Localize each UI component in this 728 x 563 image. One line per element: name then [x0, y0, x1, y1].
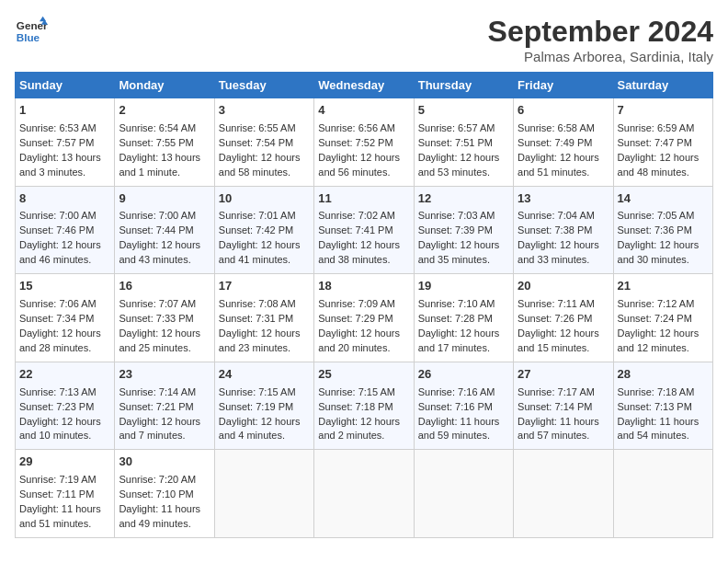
day-number: 9	[119, 190, 210, 208]
day-number: 2	[119, 102, 210, 120]
day-number: 3	[219, 102, 310, 120]
calendar-cell: 6Sunrise: 6:58 AMSunset: 7:49 PMDaylight…	[514, 98, 613, 187]
day-number: 5	[418, 102, 509, 120]
calendar-cell: 8Sunrise: 7:00 AMSunset: 7:46 PMDaylight…	[16, 186, 115, 274]
calendar-cell: 9Sunrise: 7:00 AMSunset: 7:44 PMDaylight…	[115, 186, 214, 274]
day-number: 1	[19, 102, 110, 120]
col-thursday: Thursday	[414, 73, 513, 98]
calendar-cell: 24Sunrise: 7:15 AMSunset: 7:19 PMDayligh…	[214, 362, 313, 450]
calendar-cell: 28Sunrise: 7:18 AMSunset: 7:13 PMDayligh…	[613, 362, 712, 450]
calendar-table: SundayMondayTuesdayWednesdayThursdayFrid…	[15, 72, 713, 538]
week-row-5: 29Sunrise: 7:19 AMSunset: 7:11 PMDayligh…	[16, 450, 713, 538]
day-number: 25	[318, 366, 409, 384]
logo: General Blue	[15, 15, 48, 48]
day-number: 23	[119, 366, 210, 384]
col-monday: Monday	[115, 73, 214, 98]
calendar-cell: 27Sunrise: 7:17 AMSunset: 7:14 PMDayligh…	[514, 362, 613, 450]
day-number: 18	[318, 278, 409, 295]
calendar-cell	[514, 450, 613, 538]
svg-text:Blue: Blue	[17, 31, 40, 43]
calendar-cell: 14Sunrise: 7:05 AMSunset: 7:36 PMDayligh…	[613, 186, 712, 274]
day-number: 17	[219, 278, 310, 295]
day-number: 29	[19, 454, 110, 471]
header-row: SundayMondayTuesdayWednesdayThursdayFrid…	[16, 73, 713, 98]
location-title: Palmas Arborea, Sardinia, Italy	[488, 49, 713, 64]
col-tuesday: Tuesday	[214, 73, 313, 98]
day-number: 8	[19, 190, 110, 208]
calendar-cell: 25Sunrise: 7:15 AMSunset: 7:18 PMDayligh…	[314, 362, 414, 450]
calendar-cell: 29Sunrise: 7:19 AMSunset: 7:11 PMDayligh…	[16, 450, 115, 538]
calendar-cell: 30Sunrise: 7:20 AMSunset: 7:10 PMDayligh…	[115, 450, 214, 538]
calendar-cell: 18Sunrise: 7:09 AMSunset: 7:29 PMDayligh…	[314, 274, 414, 362]
day-number: 28	[618, 366, 709, 384]
col-saturday: Saturday	[613, 73, 712, 98]
day-number: 15	[19, 278, 110, 295]
calendar-cell	[214, 450, 313, 538]
calendar-cell: 21Sunrise: 7:12 AMSunset: 7:24 PMDayligh…	[613, 274, 712, 362]
week-row-2: 8Sunrise: 7:00 AMSunset: 7:46 PMDaylight…	[16, 186, 713, 274]
day-number: 22	[19, 366, 110, 384]
calendar-cell: 11Sunrise: 7:02 AMSunset: 7:41 PMDayligh…	[314, 186, 414, 274]
day-number: 13	[518, 190, 609, 208]
calendar-cell: 4Sunrise: 6:56 AMSunset: 7:52 PMDaylight…	[314, 98, 414, 187]
calendar-cell	[314, 450, 414, 538]
month-title: September 2024	[488, 15, 713, 49]
calendar-cell: 19Sunrise: 7:10 AMSunset: 7:28 PMDayligh…	[414, 274, 513, 362]
title-area: September 2024 Palmas Arborea, Sardinia,…	[488, 15, 713, 64]
day-number: 26	[418, 366, 509, 384]
calendar-cell: 1Sunrise: 6:53 AMSunset: 7:57 PMDaylight…	[16, 98, 115, 187]
logo-icon: General Blue	[15, 15, 48, 48]
day-number: 27	[518, 366, 609, 384]
calendar-cell: 16Sunrise: 7:07 AMSunset: 7:33 PMDayligh…	[115, 274, 214, 362]
col-sunday: Sunday	[16, 73, 115, 98]
col-wednesday: Wednesday	[314, 73, 414, 98]
calendar-cell	[613, 450, 712, 538]
calendar-cell: 26Sunrise: 7:16 AMSunset: 7:16 PMDayligh…	[414, 362, 513, 450]
day-number: 11	[318, 190, 409, 208]
day-number: 4	[318, 102, 409, 120]
calendar-cell: 10Sunrise: 7:01 AMSunset: 7:42 PMDayligh…	[214, 186, 313, 274]
week-row-3: 15Sunrise: 7:06 AMSunset: 7:34 PMDayligh…	[16, 274, 713, 362]
calendar-cell: 12Sunrise: 7:03 AMSunset: 7:39 PMDayligh…	[414, 186, 513, 274]
day-number: 7	[618, 102, 709, 120]
calendar-cell: 15Sunrise: 7:06 AMSunset: 7:34 PMDayligh…	[16, 274, 115, 362]
calendar-cell	[414, 450, 513, 538]
calendar-cell: 20Sunrise: 7:11 AMSunset: 7:26 PMDayligh…	[514, 274, 613, 362]
calendar-cell: 23Sunrise: 7:14 AMSunset: 7:21 PMDayligh…	[115, 362, 214, 450]
day-number: 30	[119, 454, 210, 471]
col-friday: Friday	[514, 73, 613, 98]
day-number: 21	[618, 278, 709, 295]
week-row-4: 22Sunrise: 7:13 AMSunset: 7:23 PMDayligh…	[16, 362, 713, 450]
day-number: 10	[219, 190, 310, 208]
calendar-cell: 3Sunrise: 6:55 AMSunset: 7:54 PMDaylight…	[214, 98, 313, 187]
header: General Blue September 2024 Palmas Arbor…	[15, 15, 713, 64]
calendar-cell: 13Sunrise: 7:04 AMSunset: 7:38 PMDayligh…	[514, 186, 613, 274]
calendar-cell: 17Sunrise: 7:08 AMSunset: 7:31 PMDayligh…	[214, 274, 313, 362]
calendar-cell: 7Sunrise: 6:59 AMSunset: 7:47 PMDaylight…	[613, 98, 712, 187]
day-number: 14	[618, 190, 709, 208]
day-number: 19	[418, 278, 509, 295]
calendar-cell: 22Sunrise: 7:13 AMSunset: 7:23 PMDayligh…	[16, 362, 115, 450]
day-number: 6	[518, 102, 609, 120]
day-number: 20	[518, 278, 609, 295]
day-number: 12	[418, 190, 509, 208]
week-row-1: 1Sunrise: 6:53 AMSunset: 7:57 PMDaylight…	[16, 98, 713, 187]
calendar-cell: 5Sunrise: 6:57 AMSunset: 7:51 PMDaylight…	[414, 98, 513, 187]
day-number: 16	[119, 278, 210, 295]
calendar-cell: 2Sunrise: 6:54 AMSunset: 7:55 PMDaylight…	[115, 98, 214, 187]
day-number: 24	[219, 366, 310, 384]
